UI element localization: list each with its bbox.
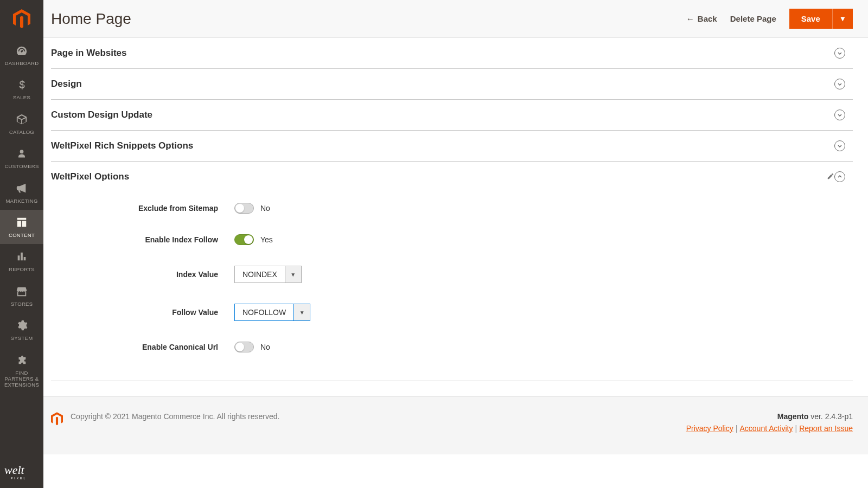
toggle-value: No [260,343,270,351]
sidebar-item-label: FIND PARTNERS & EXTENSIONS [2,370,41,388]
section-custom-design-update[interactable]: Custom Design Update [51,100,853,131]
copyright-text: Copyright © 2021 Magento Commerce Inc. A… [71,412,679,421]
section-weltpixel-options[interactable]: WeltPixel Options [51,162,853,192]
select-value: NOFOLLOW [234,304,294,321]
section-title: Page in Websites [51,48,834,59]
toggle-value: Yes [260,235,273,244]
magento-icon [51,412,63,427]
sidebar-item-sales[interactable]: SALES [0,72,43,106]
enable-index-follow-label: Enable Index Follow [51,235,234,244]
enable-canonical-toggle[interactable] [234,342,254,352]
sidebar-item-label: STORES [11,301,33,307]
sidebar-item-stores[interactable]: STORES [0,279,43,313]
magento-logo[interactable] [0,0,43,38]
sidebar-item-customers[interactable]: CUSTOMERS [0,141,43,175]
sidebar-item-label: CUSTOMERS [4,163,39,169]
page-footer: Copyright © 2021 Magento Commerce Inc. A… [43,396,868,454]
dollar-icon [17,78,27,91]
sidebar-item-label: SALES [13,94,30,100]
exclude-sitemap-label: Exclude from Sitemap [51,204,234,213]
index-value-select[interactable]: NOINDEX ▼ [234,266,302,283]
chevron-down-icon [834,110,845,120]
delete-page-button[interactable]: Delete Page [730,14,776,23]
product-name: Magento [777,412,809,421]
page-header: Home Page ← Back Delete Page Save ▼ [43,0,868,38]
pencil-icon [827,172,834,182]
chevron-down-icon [834,79,845,89]
follow-value-label: Follow Value [51,308,234,317]
main-content: Page in Websites Design Custom Design Up… [43,38,868,454]
exclude-sitemap-toggle[interactable] [234,203,254,214]
section-title: WeltPixel Rich Snippets Options [51,140,834,151]
sidebar-item-partners[interactable]: FIND PARTNERS & EXTENSIONS [0,348,43,394]
account-activity-link[interactable]: Account Activity [739,424,793,433]
report-issue-link[interactable]: Report an Issue [799,424,853,433]
section-rich-snippets[interactable]: WeltPixel Rich Snippets Options [51,131,853,162]
box-icon [16,113,28,126]
enable-index-follow-toggle[interactable] [234,234,254,245]
privacy-policy-link[interactable]: Privacy Policy [686,424,733,433]
save-button[interactable]: Save [789,9,832,29]
store-icon [16,285,28,298]
arrow-left-icon: ← [686,14,694,23]
sidebar-item-label: SYSTEM [11,335,33,341]
sidebar-item-content[interactable]: CONTENT [0,210,43,244]
sidebar-item-label: CATALOG [9,129,34,135]
triangle-down-icon: ▼ [294,304,310,321]
section-title: WeltPixel Options [51,171,819,182]
back-button[interactable]: ← Back [686,14,717,23]
sidebar-item-marketing[interactable]: MARKETING [0,176,43,210]
section-design[interactable]: Design [51,69,853,100]
sidebar-item-label: REPORTS [9,266,35,272]
page-title: Home Page [51,10,686,28]
select-value: NOINDEX [234,266,285,283]
sidebar: DASHBOARD SALES CATALOG CUSTOMERS MARKET… [0,0,43,454]
sidebar-item-reports[interactable]: REPORTS [0,244,43,278]
enable-canonical-label: Enable Canonical Url [51,343,234,351]
sidebar-item-catalog[interactable]: CATALOG [0,107,43,141]
toggle-value: No [260,204,270,213]
layout-icon [16,216,28,229]
sidebar-item-label: CONTENT [9,232,35,238]
version-text: ver. 2.4.3-p1 [808,412,853,421]
sidebar-item-dashboard[interactable]: DASHBOARD [0,38,43,72]
weltpixel-options-content: Exclude from Sitemap No Enable Index Fol… [51,192,853,381]
section-title: Design [51,79,834,89]
gauge-icon [16,44,28,57]
gear-icon [16,319,28,332]
section-page-in-websites[interactable]: Page in Websites [51,38,853,69]
chevron-up-icon [834,171,845,182]
sidebar-item-system[interactable]: SYSTEM [0,313,43,347]
bar-chart-icon [16,250,28,263]
save-dropdown-button[interactable]: ▼ [832,9,853,29]
chevron-down-icon [834,48,845,59]
back-label: Back [698,14,717,23]
index-value-label: Index Value [51,270,234,279]
megaphone-icon [16,182,28,195]
chevron-down-icon [834,140,845,151]
person-icon [17,147,27,160]
triangle-down-icon: ▼ [285,266,302,283]
triangle-down-icon: ▼ [839,15,846,23]
sidebar-item-label: MARKETING [5,198,37,204]
section-title: Custom Design Update [51,110,834,120]
follow-value-select[interactable]: NOFOLLOW ▼ [234,304,310,321]
puzzle-icon [16,354,28,367]
sidebar-item-label: DASHBOARD [5,60,39,66]
